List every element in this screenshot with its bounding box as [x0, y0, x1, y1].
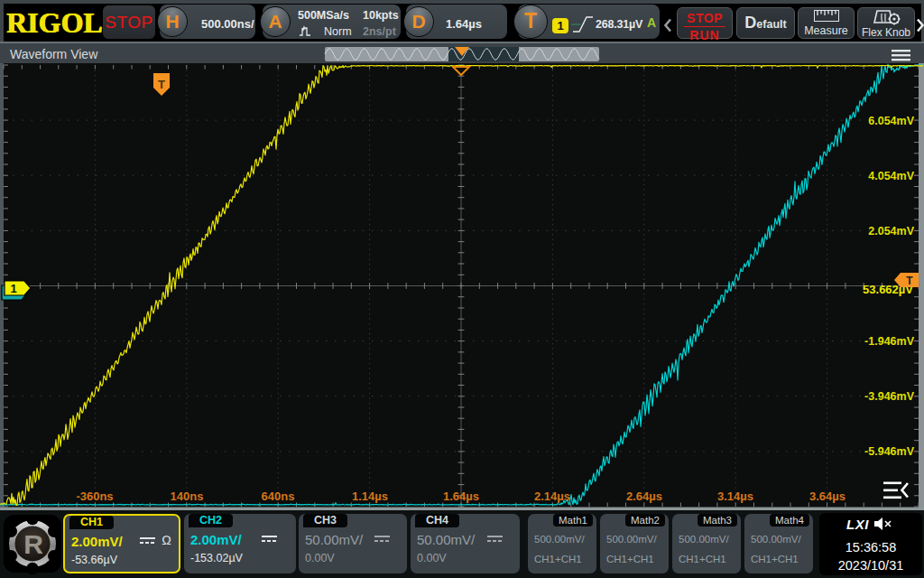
svg-text:6.054mV: 6.054mV [868, 115, 914, 127]
svg-text:-5.946mV: -5.946mV [864, 445, 915, 458]
svg-text:T: T [158, 78, 165, 91]
svg-text:4.054mV: 4.054mV [868, 170, 914, 182]
svg-text:R: R [23, 529, 43, 559]
svg-text:2.14µs: 2.14µs [534, 489, 570, 503]
svg-text:1.14µs: 1.14µs [352, 489, 388, 503]
svg-text:640ns: 640ns [262, 489, 295, 503]
svg-text:1: 1 [10, 282, 16, 295]
svg-text:-1.946mV: -1.946mV [864, 335, 915, 348]
svg-text:3.14µs: 3.14µs [717, 489, 753, 503]
svg-text:140ns: 140ns [171, 489, 204, 503]
svg-text:3.64µs: 3.64µs [809, 489, 845, 503]
svg-text:2.054mV: 2.054mV [868, 225, 914, 238]
svg-text:T: T [906, 275, 913, 287]
svg-text:-360ns: -360ns [76, 489, 113, 503]
svg-text:-3.946mV: -3.946mV [864, 390, 915, 403]
svg-text:2.64µs: 2.64µs [626, 489, 662, 503]
svg-text:1.64µs: 1.64µs [443, 489, 479, 503]
